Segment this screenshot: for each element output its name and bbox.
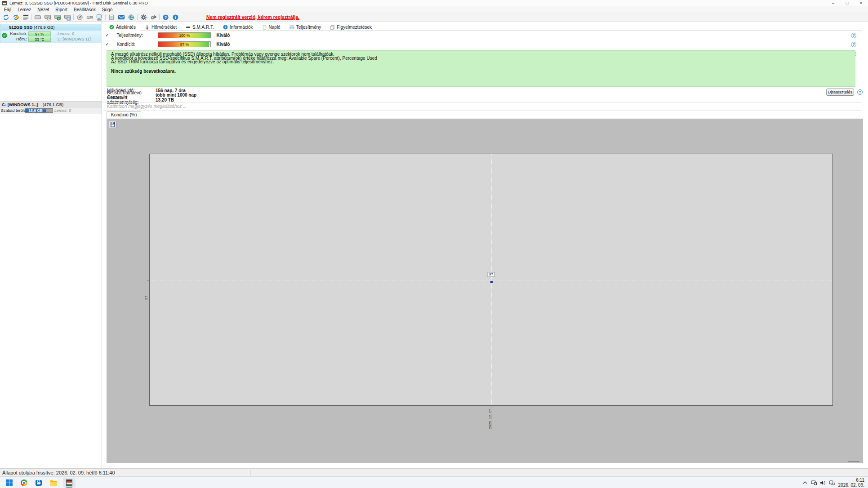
partition-list-item[interactable]: C: [WINDOWS 1..] (476,1 GB) Szabad terül… (0, 101, 102, 114)
disk-icon[interactable] (33, 13, 43, 21)
gauge-icon[interactable] (75, 13, 85, 21)
tab-performance[interactable]: Teljesítmény (285, 23, 326, 30)
menu-file[interactable]: Fájl (1, 7, 14, 12)
menu-help[interactable]: Súgó (99, 7, 116, 12)
disk-number-label: Lemez: 0 (58, 31, 74, 36)
tray-volume-icon[interactable] (819, 478, 828, 487)
help-icon[interactable]: ? (857, 89, 863, 95)
clock-time: 6:11 (838, 478, 864, 483)
condition-label: Kondíció: (116, 42, 149, 47)
temperature-minibar: 33 °C (28, 37, 51, 42)
stat-value: 13,20 TB (156, 98, 174, 102)
chart-plot-area[interactable]: 97 (149, 154, 833, 406)
partition-body: Szabad terület 18,6 GB Lemez: 0 (0, 108, 102, 114)
status-separator (250, 470, 251, 475)
content-panel: Áttekintés Hőmérséklet S.M.A.R.T. i Info… (102, 22, 868, 468)
tab-temperature-label: Hőmérséklet (151, 25, 177, 30)
chart-tab-condition[interactable]: Kondíció (%) (107, 111, 141, 119)
condition-label: Kondíció: (7, 31, 27, 36)
disk-name: 512GB SSD (9, 25, 32, 30)
mail-icon[interactable] (116, 13, 126, 21)
help-icon[interactable]: ? (851, 42, 856, 47)
performance-label: Teljesítmény: (116, 33, 149, 38)
tab-overview[interactable]: Áttekintés (105, 24, 140, 31)
close-button[interactable]: × (854, 0, 868, 6)
smart-icon (186, 25, 191, 30)
free-space-value: 18,6 GB (25, 109, 46, 112)
taskbar-chrome-button[interactable] (18, 478, 30, 488)
menu-disk[interactable]: Lemez (14, 7, 34, 12)
tab-smart[interactable]: S.M.A.R.T. (181, 23, 218, 30)
action-required-line: Nincs szükség beavatkozásra. (111, 70, 851, 74)
info-circle-icon: i (223, 25, 228, 30)
web-icon[interactable] (126, 13, 136, 21)
registration-notice-link[interactable]: Nem regisztrált verzió, kérem regisztrál… (206, 14, 299, 20)
info-icon[interactable]: i (170, 13, 180, 21)
refresh-icon[interactable] (1, 13, 11, 21)
disk-accept-icon[interactable] (53, 13, 62, 21)
disk-clock-icon[interactable] (43, 13, 53, 21)
menubar: Fájl Lemez Nézet Riport Beállítások Súgó (0, 6, 868, 13)
camera-icon[interactable] (85, 13, 94, 21)
report-icon[interactable] (21, 13, 31, 21)
chart-scrollbar-thumb[interactable] (848, 461, 859, 462)
tab-alerts-label: Figyelmeztetések (337, 25, 372, 30)
refresh-alert-icon[interactable] (11, 13, 21, 21)
start-button[interactable] (3, 478, 15, 488)
toolbar-separator (137, 14, 138, 20)
tab-alerts[interactable]: Figyelmeztetések (325, 23, 376, 30)
folder-icon (50, 479, 58, 486)
stat-label: Összes írt adatmennyiség: (107, 95, 156, 105)
stats-block: Működési idő: 156 nap, 7 óra Becsült hát… (107, 88, 196, 102)
screen: Lemez: 0, 512GB SSD [PDJ064R012609] - Ha… (0, 0, 868, 488)
comment-field[interactable]: Kattintson megjegyzés megadásához ... (107, 104, 859, 110)
settings-gear-icon[interactable] (138, 13, 148, 21)
toolbar: ? i Nem regisztrált verzió, kérem regisz… (0, 13, 868, 22)
tab-information[interactable]: i Információk (218, 23, 258, 30)
retest-button[interactable]: Újratesztelés (826, 89, 854, 96)
disk-size: (476,9 GB) (34, 25, 54, 30)
main-area: 512GB SSD (476,9 GB) ✓ Kondíció: 97 % Le… (0, 22, 868, 468)
tray-chevron-up-icon[interactable] (801, 478, 810, 487)
condition-row: ✓ Kondíció: 97 % Kiváló (105, 41, 230, 47)
windows-logo-icon (6, 479, 13, 486)
divider (102, 102, 862, 103)
menu-settings[interactable]: Beállítások (71, 7, 99, 12)
tray-network-icon[interactable] (810, 478, 819, 487)
save-chart-button[interactable] (109, 121, 116, 128)
disk-list-sidebar: 512GB SSD (476,9 GB) ✓ Kondíció: 97 % Le… (0, 22, 102, 468)
stat-value: 156 nap, 7 óra (156, 88, 186, 93)
tray-pen-icon[interactable] (828, 478, 837, 487)
temperature-label: Hőm.: (7, 37, 27, 41)
taskbar: 6:11 2026. 02. 09. (0, 476, 868, 488)
help-icon[interactable]: ? (160, 13, 170, 21)
condition-ok-icon: ✓ (105, 42, 109, 47)
active-app-indicator (66, 487, 72, 488)
taskbar-store-button[interactable] (32, 478, 45, 488)
notes-icon[interactable] (107, 13, 116, 21)
y-axis-tick (147, 280, 149, 280)
disk-list-item-ssd[interactable]: 512GB SSD (476,9 GB) ✓ Kondíció: 97 % Le… (0, 24, 101, 43)
tab-temperature[interactable]: Hőmérséklet (140, 23, 181, 30)
toolbar-separator (73, 14, 74, 20)
maximize-button[interactable]: □ (840, 0, 854, 6)
help-icon[interactable]: ? (851, 33, 856, 38)
disk-temp-row: Hőm.: 33 °C C: [WINDOWS 11] (1, 37, 101, 42)
disk-graph-icon[interactable] (62, 13, 72, 21)
minimize-button[interactable]: – (826, 0, 840, 6)
tab-log[interactable]: Napló (258, 23, 285, 30)
health-status-box: A mozgó alkatrész nélküli meghajtó (SSD)… (107, 50, 855, 87)
sound-settings-icon[interactable] (148, 13, 158, 21)
computer-disk-icon[interactable] (94, 13, 104, 21)
menu-view[interactable]: Nézet (34, 7, 52, 12)
svg-text:i: i (225, 25, 226, 29)
stat-value: több mint 1000 nap (156, 93, 196, 98)
svg-text:?: ? (164, 15, 166, 19)
menu-report[interactable]: Riport (52, 7, 71, 12)
disk-header: 512GB SSD (476,9 GB) (1, 24, 101, 31)
taskbar-hds-button[interactable] (63, 478, 76, 488)
taskbar-clock[interactable]: 6:11 2026. 02. 09. (838, 478, 864, 488)
taskbar-explorer-button[interactable] (47, 478, 60, 488)
disk-body: ✓ Kondíció: 97 % Lemez: 0 Hőm.: 33 °C C:… (1, 31, 101, 43)
bar-chart-icon (289, 25, 294, 30)
